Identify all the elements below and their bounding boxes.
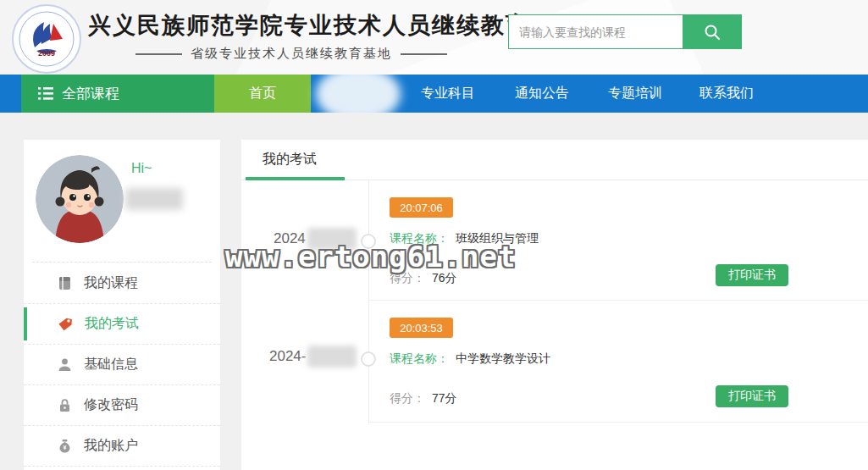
sidebar-item-label: 我的考试 <box>85 315 139 333</box>
course-name-label: 课程名称： <box>390 231 449 245</box>
course-name: 中学数学教学设计 <box>456 351 550 365</box>
search-input[interactable] <box>509 15 683 48</box>
timeline-dot <box>361 234 376 249</box>
sidebar-item-my-courses[interactable]: 我的课程 <box>24 263 220 304</box>
course-name: 班级组织与管理 <box>456 231 539 245</box>
score-row: 得分：76分 <box>390 271 457 286</box>
exam-divider <box>368 300 868 301</box>
date-blurred <box>307 228 357 250</box>
score-row: 得分：77分 <box>390 391 457 406</box>
nav-all-courses-label: 全部课程 <box>62 84 119 103</box>
subtitle-dash-right <box>401 53 447 55</box>
nav-link-contact[interactable]: 联系我们 <box>699 75 754 113</box>
brand-block: 兴义民族师范学院专业技术人员继续教育 省级专业技术人员继续教育基地 <box>88 10 495 62</box>
course-search <box>508 14 742 49</box>
sidebar-item-label: 修改密码 <box>84 396 138 414</box>
search-button[interactable] <box>683 15 741 48</box>
print-certificate-button[interactable]: 打印证书 <box>716 385 788 407</box>
username-blurred <box>125 188 183 210</box>
exam-divider <box>368 422 868 423</box>
logo-seal-icon: 2009 <box>11 3 82 75</box>
exam-date: 2024 <box>274 228 357 250</box>
nav-link-notices[interactable]: 通知公告 <box>515 75 569 113</box>
site-subtitle: 省级专业技术人员继续教育基地 <box>191 46 392 62</box>
site-title: 兴义民族师范学院专业技术人员继续教育 <box>88 10 495 41</box>
avatar-girl-icon <box>36 155 124 243</box>
content-area: Hi~ 我的课程 我的考试 <box>0 113 868 470</box>
svg-text:2009: 2009 <box>38 49 55 58</box>
nav-link-subjects[interactable]: 专业科目 <box>421 75 475 113</box>
avatar <box>36 155 124 243</box>
svg-text:¥: ¥ <box>64 445 67 451</box>
book-icon <box>58 276 72 290</box>
site-subtitle-row: 省级专业技术人员继续教育基地 <box>88 46 495 62</box>
date-blurred <box>307 346 357 368</box>
course-row: 课程名称：班级组织与管理 <box>390 231 539 246</box>
exams-panel: 我的考试 2024 20:07:06 课程名称：班级组织与管理 得分：76分 打… <box>241 140 868 470</box>
timeline-line <box>368 180 369 424</box>
course-name-label: 课程名称： <box>390 351 449 365</box>
course-row: 课程名称：中学数学教学设计 <box>390 351 550 367</box>
list-menu-icon <box>38 87 53 100</box>
user-icon <box>58 357 72 372</box>
nav-home[interactable]: 首页 <box>214 75 311 113</box>
sidebar: Hi~ 我的课程 我的考试 <box>24 140 220 470</box>
sidebar-item-change-password[interactable]: 修改密码 <box>24 385 220 426</box>
moneybag-icon: ¥ <box>58 439 72 453</box>
lock-icon <box>58 398 72 412</box>
tab-row: 我的考试 <box>241 140 868 180</box>
sidebar-item-my-account[interactable]: ¥ 我的账户 <box>24 426 220 467</box>
sidebar-item-label: 基础信息 <box>84 356 138 373</box>
sidebar-item-label: 我的账户 <box>84 437 138 455</box>
timeline-dot <box>361 351 376 367</box>
university-logo[interactable]: 2009 <box>11 3 82 75</box>
tab-active-underline <box>246 177 345 180</box>
main-nav: 全部课程 首页 专业科目 通知公告 专题培训 联系我们 <box>0 75 868 113</box>
score-value: 76分 <box>432 271 457 285</box>
sidebar-item-my-exams[interactable]: 我的考试 <box>24 304 220 345</box>
sidebar-item-basic-info[interactable]: 基础信息 <box>24 345 220 385</box>
sidebar-item-label: 我的课程 <box>84 274 138 292</box>
page: 2009 兴义民族师范学院专业技术人员继续教育 省级专业技术人员继续教育基地 <box>0 0 868 470</box>
print-certificate-button[interactable]: 打印证书 <box>716 264 788 286</box>
exam-time-badge: 20:03:53 <box>390 318 453 338</box>
score-label: 得分： <box>390 391 425 405</box>
tab-my-exams[interactable]: 我的考试 <box>263 151 317 169</box>
sidebar-menu: 我的课程 我的考试 基础信息 <box>24 263 220 467</box>
nav-all-courses[interactable]: 全部课程 <box>21 75 214 113</box>
search-icon <box>703 23 721 41</box>
score-value: 77分 <box>432 391 457 405</box>
site-header: 2009 兴义民族师范学院专业技术人员继续教育 省级专业技术人员继续教育基地 <box>0 0 868 75</box>
subtitle-dash-left <box>135 53 182 55</box>
score-label: 得分： <box>390 271 425 285</box>
nav-link-training[interactable]: 专题培训 <box>608 75 662 113</box>
exam-date: 2024- <box>269 346 357 368</box>
exam-time-badge: 20:07:06 <box>390 197 453 218</box>
nav-item-blurred[interactable] <box>316 75 401 113</box>
tag-icon <box>58 317 73 332</box>
sidebar-divider <box>32 262 212 263</box>
greeting: Hi~ <box>131 161 152 176</box>
